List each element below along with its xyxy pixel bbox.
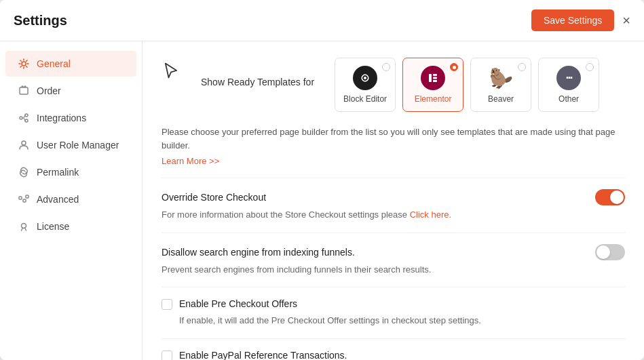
save-settings-button[interactable]: Save Settings xyxy=(531,9,614,31)
builder-radio-beaver xyxy=(518,63,526,71)
window-title: Settings xyxy=(14,13,67,28)
svg-rect-15 xyxy=(433,80,437,82)
checkbox-paypal-reference[interactable] xyxy=(162,351,172,361)
builder-label-beaver: Beaver xyxy=(488,94,514,104)
close-button[interactable]: × xyxy=(622,14,630,27)
setting-desc-search: Prevent search engines from including fu… xyxy=(162,263,625,277)
general-icon xyxy=(18,58,30,70)
order-icon xyxy=(18,85,30,97)
setting-pre-checkout: Enable Pre Checkout Offers If enable, it… xyxy=(162,298,625,327)
toggle-disallow-search[interactable] xyxy=(595,244,625,260)
svg-point-0 xyxy=(22,62,26,66)
svg-rect-12 xyxy=(429,74,432,82)
license-icon xyxy=(18,220,30,233)
setting-override-store-checkout: Override Store Checkout For more informa… xyxy=(162,189,625,222)
setting-disallow-search: Disallow search engine from indexing fun… xyxy=(162,244,625,277)
builder-label-elementor: Elementor xyxy=(415,94,452,104)
title-bar-actions: Save Settings × xyxy=(531,9,630,31)
divider-4 xyxy=(162,338,625,339)
builder-radio-block-editor xyxy=(382,63,390,71)
toggle-knob-override xyxy=(610,191,624,204)
toggle-knob-search xyxy=(596,245,610,259)
builder-radio-elementor xyxy=(450,63,458,71)
sidebar-item-permalink[interactable]: Permalink xyxy=(5,159,136,185)
setting-title-override: Override Store Checkout xyxy=(162,192,266,203)
svg-rect-7 xyxy=(23,199,26,202)
sidebar-label-integrations: Integrations xyxy=(37,113,86,123)
sidebar-item-advanced[interactable]: Advanced xyxy=(5,186,136,212)
sidebar-item-order[interactable]: Order xyxy=(5,78,136,104)
body: General Order xyxy=(0,41,644,360)
pre-checkout-row: Enable Pre Checkout Offers xyxy=(162,298,625,310)
builder-card-beaver[interactable]: 🦫 Beaver xyxy=(470,58,531,112)
click-here-link[interactable]: Click here. xyxy=(410,209,451,220)
pre-checkout-desc: If enable, it will add the Pre Checkout … xyxy=(179,314,625,327)
settings-window: Settings Save Settings × General xyxy=(0,0,644,360)
sidebar-label-license: License xyxy=(37,221,69,232)
builder-label-block-editor: Block Editor xyxy=(343,94,387,104)
sidebar-item-general[interactable]: General xyxy=(5,51,136,77)
learn-more-link[interactable]: Learn More >> xyxy=(162,156,219,166)
toggle-override-store-checkout[interactable] xyxy=(595,189,625,205)
checkbox-pre-checkout[interactable] xyxy=(162,299,172,310)
paypal-reference-label: Enable PayPal Reference Transactions. xyxy=(179,350,347,361)
setting-desc-override: For more information about the Store Che… xyxy=(162,208,625,222)
builder-card-elementor[interactable]: Elementor xyxy=(402,58,463,112)
override-desc-before: For more information about the Store Che… xyxy=(162,209,410,220)
svg-rect-14 xyxy=(433,77,437,79)
sidebar-label-user-role-manager: User Role Manager xyxy=(37,140,119,151)
page-builder-section: Show Ready Templates for Block Editor xyxy=(162,58,625,112)
builder-card-other[interactable]: ··· Other xyxy=(538,58,599,112)
pre-checkout-label: Enable Pre Checkout Offers xyxy=(179,298,297,309)
cursor-icon xyxy=(162,61,181,80)
sidebar-label-advanced: Advanced xyxy=(37,194,79,205)
sidebar-item-integrations[interactable]: Integrations xyxy=(5,105,136,131)
setting-header-override: Override Store Checkout xyxy=(162,189,625,205)
advanced-icon xyxy=(18,193,30,205)
sidebar-item-license[interactable]: License xyxy=(5,214,136,239)
svg-rect-6 xyxy=(19,197,22,199)
builder-label-other: Other xyxy=(558,94,579,104)
setting-title-search: Disallow search engine from indexing fun… xyxy=(162,247,355,258)
svg-rect-1 xyxy=(20,87,28,94)
svg-point-9 xyxy=(22,224,26,228)
divider-2 xyxy=(162,233,625,233)
divider-3 xyxy=(162,287,625,287)
main-content: Show Ready Templates for Block Editor xyxy=(143,41,644,360)
svg-point-11 xyxy=(364,77,366,79)
builder-card-block-editor[interactable]: Block Editor xyxy=(335,58,396,112)
title-bar: Settings Save Settings × xyxy=(0,0,644,41)
builder-cards: Block Editor Eleme xyxy=(335,58,599,112)
permalink-icon xyxy=(18,166,30,178)
page-builder-description: Please choose your preferred page builde… xyxy=(162,125,625,152)
sidebar-label-order: Order xyxy=(37,85,61,96)
divider-1 xyxy=(162,178,625,178)
svg-point-3 xyxy=(25,114,28,117)
svg-point-2 xyxy=(20,117,22,119)
sidebar-label-permalink: Permalink xyxy=(37,167,79,178)
cursor-area xyxy=(162,58,181,80)
beaver-icon: 🦫 xyxy=(489,66,513,90)
page-builder-label-text: Show Ready Templates for xyxy=(201,58,314,87)
setting-paypal-reference: Enable PayPal Reference Transactions. Th… xyxy=(162,350,625,361)
sidebar-label-general: General xyxy=(37,58,71,69)
svg-rect-8 xyxy=(26,195,29,198)
svg-point-4 xyxy=(25,119,28,122)
svg-point-5 xyxy=(22,141,26,145)
user-role-icon xyxy=(18,139,30,151)
builder-radio-other xyxy=(586,63,594,71)
other-icon: ··· xyxy=(556,66,581,90)
sidebar-item-user-role-manager[interactable]: User Role Manager xyxy=(5,132,136,158)
elementor-icon xyxy=(421,66,445,90)
block-editor-icon xyxy=(353,66,377,90)
integrations-icon xyxy=(18,112,30,124)
setting-header-search: Disallow search engine from indexing fun… xyxy=(162,244,625,260)
svg-rect-13 xyxy=(433,74,437,76)
sidebar: General Order xyxy=(0,41,143,360)
paypal-reference-row: Enable PayPal Reference Transactions. xyxy=(162,350,625,361)
